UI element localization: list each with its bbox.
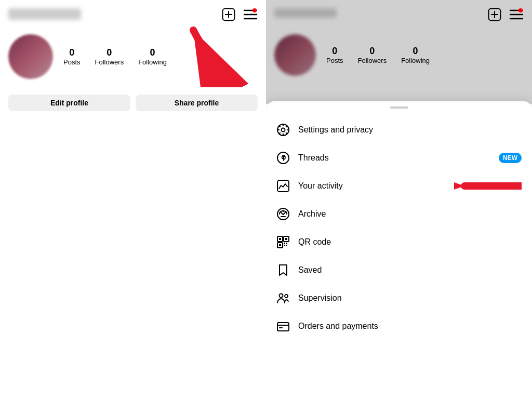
svg-rect-37 [284,245,285,246]
menu-icon[interactable] [243,7,258,22]
stats-row-left: 0 Posts 0 Followers 0 Following [63,47,258,66]
activity-icon [276,179,290,193]
right-panel: 0 Posts 0 Followers 0 Following [266,0,532,400]
svg-point-40 [285,295,288,298]
svg-line-20 [286,132,287,134]
notification-dot-left [252,8,257,12]
svg-line-22 [279,132,281,134]
archive-label: Archive [298,209,522,219]
orders-icon [276,319,290,333]
menu-item-settings[interactable]: Settings and privacy [266,116,532,144]
saved-icon [276,263,290,277]
svg-rect-33 [285,238,287,240]
share-profile-button[interactable]: Share profile [136,95,258,111]
new-badge: NEW [499,153,522,163]
svg-line-21 [286,126,287,127]
svg-point-14 [282,128,285,132]
posts-count-right: 0 [332,46,337,57]
avatar-left [8,34,53,79]
svg-rect-38 [286,245,287,246]
right-header-icons [487,7,524,22]
threads-icon [276,151,290,165]
username-blur-left [8,8,81,20]
following-label-right: Following [401,57,430,64]
settings-label: Settings and privacy [298,125,522,135]
notification-dot-right [518,8,523,12]
saved-label: Saved [298,265,522,275]
svg-rect-41 [277,323,289,331]
your-activity-label: Your activity [298,181,522,191]
archive-icon [276,207,290,221]
followers-label-left: Followers [95,58,124,66]
posts-label-right: Posts [326,57,343,64]
svg-point-39 [280,294,283,298]
following-stat-left: 0 Following [138,47,167,66]
new-post-icon[interactable] [221,7,236,22]
menu-item-qr-code[interactable]: QR code [266,228,532,256]
followers-stat-right: 0 Followers [358,46,387,64]
orders-label: Orders and payments [298,322,522,331]
svg-line-19 [279,126,281,127]
profile-section-left: 0 Posts 0 Followers 0 Following [0,29,266,89]
menu-list: Settings and privacy Threads NEW [266,112,532,344]
drawer-handle [390,106,408,109]
followers-stat-left: 0 Followers [95,47,124,66]
avatar-right [274,34,316,76]
following-count-left: 0 [150,47,155,58]
supervision-icon [276,291,290,305]
followers-label-right: Followers [358,57,387,64]
edit-profile-button[interactable]: Edit profile [8,95,130,111]
svg-rect-34 [279,244,281,246]
following-count-right: 0 [413,46,418,57]
menu-icon-right[interactable] [509,7,524,22]
posts-stat-left: 0 Posts [63,47,81,66]
following-stat-right: 0 Following [401,46,430,64]
header-icons [221,7,258,22]
posts-label-left: Posts [63,58,81,66]
new-post-icon-right[interactable] [487,7,502,22]
followers-count-right: 0 [369,46,375,57]
svg-point-23 [277,152,289,164]
qr-icon [276,235,290,249]
menu-item-orders[interactable]: Orders and payments [266,312,532,340]
profile-buttons: Edit profile Share profile [0,95,266,111]
left-panel: 0 Posts 0 Followers 0 Following Edit pro… [0,0,266,400]
profile-section-right: 0 Posts 0 Followers 0 Following [266,29,532,86]
menu-item-archive[interactable]: Archive [266,200,532,228]
svg-rect-32 [279,238,281,240]
followers-count-left: 0 [107,47,112,58]
svg-rect-35 [284,243,285,244]
drawer: Settings and privacy Threads NEW [266,101,532,400]
svg-rect-36 [286,243,287,244]
supervision-label: Supervision [298,294,522,303]
qr-code-label: QR code [298,237,522,247]
username-blur-right [274,8,337,18]
posts-count-left: 0 [69,47,74,58]
following-label-left: Following [138,58,167,66]
posts-stat-right: 0 Posts [326,46,343,64]
menu-item-supervision[interactable]: Supervision [266,284,532,312]
threads-label: Threads [298,153,490,163]
gear-hexagon-icon [276,123,290,137]
menu-item-your-activity[interactable]: Your activity [266,172,532,200]
menu-item-threads[interactable]: Threads NEW [266,144,532,172]
stats-row-right: 0 Posts 0 Followers 0 Following [326,46,524,64]
menu-item-saved[interactable]: Saved [266,256,532,284]
